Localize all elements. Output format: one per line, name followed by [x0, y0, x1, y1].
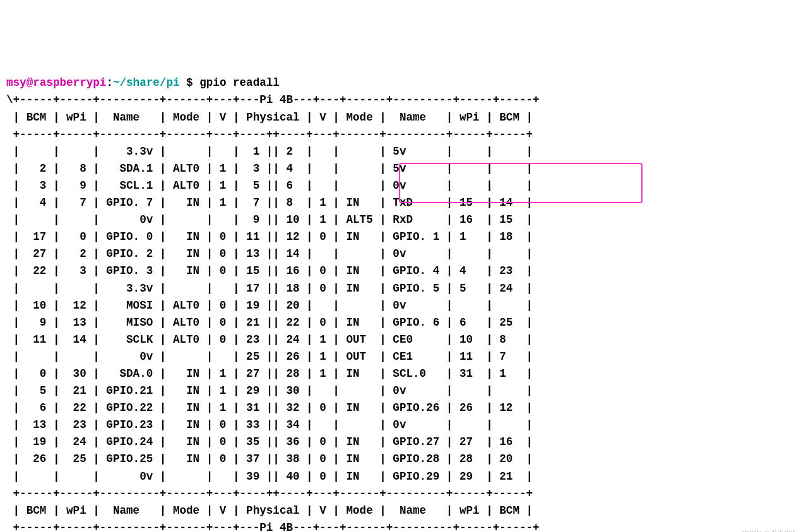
highlight-box [399, 163, 643, 203]
prompt-path: ~/share/pi [113, 76, 180, 89]
terminal-output: msy@raspberrypi:~/share/pi $ gpio readal… [6, 74, 800, 532]
prompt-dollar: $ [180, 76, 200, 89]
watermark: CSDN @侃侃001 [742, 528, 796, 532]
prompt-sep: : [106, 76, 113, 89]
command: gpio readall [199, 76, 280, 89]
prompt-user: msy@raspberrypi [6, 76, 106, 89]
